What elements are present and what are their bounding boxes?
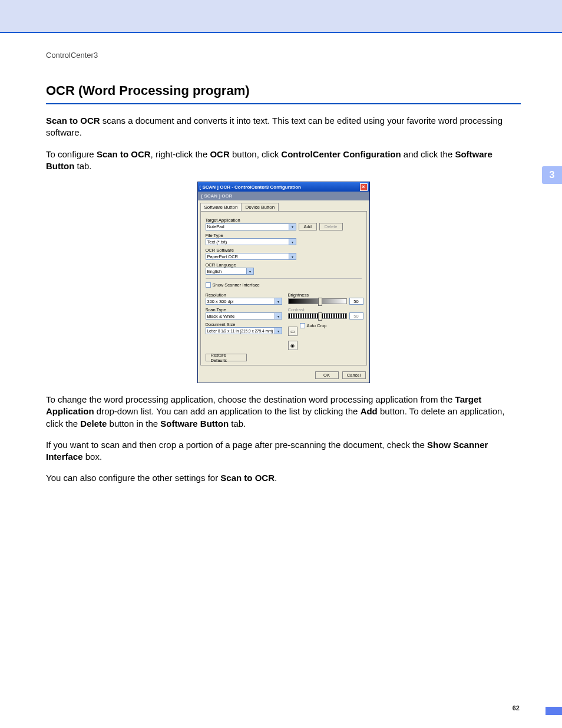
page-content: ControlCenter3 OCR (Word Processing prog…: [0, 33, 562, 485]
dialog-panel: Target Application NotePad ▾ Add Delete …: [200, 211, 367, 365]
p2-t2: , right-click the: [151, 149, 210, 159]
tab-device-button[interactable]: Device Button: [241, 203, 279, 211]
p3-t4: button in the: [107, 419, 160, 429]
checkbox-icon[interactable]: [206, 282, 211, 288]
slider-thumb[interactable]: [318, 298, 322, 306]
combo-ocr-language[interactable]: English ▾: [206, 268, 362, 275]
p2-b2: OCR: [210, 149, 229, 159]
p5-t1: You can also configure the other setting…: [46, 473, 220, 483]
p5-b1: Scan to OCR: [220, 473, 275, 483]
paragraph-2: To configure Scan to OCR, right-click th…: [46, 149, 521, 173]
contrast-value: 50: [349, 312, 363, 319]
contrast-slider[interactable]: [288, 313, 347, 319]
combo-resolution[interactable]: 300 x 300 dpi ▾: [206, 298, 282, 305]
separator: [206, 278, 362, 279]
label-resolution: Resolution: [206, 292, 282, 298]
p3-b4: Software Button: [160, 419, 229, 429]
dialog-subtitle: [ SCAN ] OCR: [198, 192, 369, 200]
combo-ocr-software-value: PaperPort OCR: [206, 253, 289, 260]
page-heading: OCR (Word Processing program): [46, 83, 521, 98]
p2-b1: Scan to OCR: [97, 149, 151, 159]
p2-t1: To configure: [46, 149, 97, 159]
p2-b3: ControlCenter Configuration: [281, 149, 401, 159]
label-brightness: Brightness: [288, 292, 363, 298]
page-number: 62: [513, 704, 520, 711]
brightness-slider[interactable]: [288, 298, 347, 304]
chevron-down-icon[interactable]: ▾: [275, 298, 282, 305]
corner-accent: [546, 707, 562, 715]
para1-bold: Scan to OCR: [46, 116, 100, 126]
combo-file-type[interactable]: Text (*.txt) ▾: [206, 238, 362, 245]
restore-defaults-button[interactable]: Restore Defaults: [206, 354, 247, 361]
ok-button[interactable]: OK: [315, 371, 339, 379]
chevron-down-icon[interactable]: ▾: [275, 327, 282, 334]
add-button[interactable]: Add: [299, 223, 317, 230]
scan-icon[interactable]: ◉: [288, 341, 297, 350]
combo-doc-size-value: Letter 8 1/2 x 11 in (215.9 x 279.4 mm): [206, 327, 275, 334]
cancel-button[interactable]: Cancel: [342, 371, 366, 379]
p2-t5: tab.: [74, 161, 91, 171]
label-target-app: Target Application: [206, 218, 362, 223]
p2-t4: and click the: [401, 149, 455, 159]
p3-b2: Add: [361, 406, 378, 416]
checkbox-show-scanner[interactable]: Show Scanner Interface: [206, 282, 362, 288]
p5-t2: .: [275, 473, 277, 483]
combo-scan-type[interactable]: Black & White ▾: [206, 312, 282, 319]
combo-ocr-software[interactable]: PaperPort OCR ▾: [206, 253, 362, 260]
dialog-title: [ SCAN ] OCR - ControlCenter3 Configurat…: [200, 185, 301, 190]
dialog-titlebar[interactable]: [ SCAN ] OCR - ControlCenter3 Configurat…: [198, 182, 369, 192]
dialog-footer: OK Cancel: [198, 368, 369, 383]
combo-ocr-language-value: English: [206, 268, 247, 275]
brightness-value: 50: [349, 298, 363, 305]
checkbox-icon[interactable]: [300, 323, 305, 328]
p3-t5: tab.: [229, 419, 246, 429]
paragraph-1: Scan to OCR scans a document and convert…: [46, 115, 521, 139]
paragraph-3: To change the word processing applicatio…: [46, 394, 521, 430]
screenshot-wrapper: [ SCAN ] OCR - ControlCenter3 Configurat…: [46, 182, 521, 383]
p4-t1: If you want to scan and then crop a port…: [46, 440, 427, 450]
slider-thumb[interactable]: [318, 312, 322, 321]
label-doc-size: Document Size: [206, 322, 282, 327]
combo-doc-size[interactable]: Letter 8 1/2 x 11 in (215.9 x 279.4 mm) …: [206, 327, 282, 334]
chevron-down-icon[interactable]: ▾: [289, 253, 296, 260]
para1-text: scans a document and converts it into te…: [46, 116, 503, 137]
combo-scan-type-value: Black & White: [206, 312, 275, 319]
preview-icon[interactable]: ▭: [288, 327, 297, 336]
p3-t2: drop-down list. You can add an applicati…: [94, 406, 361, 416]
dialog-window: [ SCAN ] OCR - ControlCenter3 Configurat…: [197, 182, 370, 383]
close-icon[interactable]: ×: [360, 183, 368, 191]
p4-t2: box.: [83, 452, 103, 462]
paragraph-4: If you want to scan and then crop a port…: [46, 439, 521, 463]
combo-file-type-value: Text (*.txt): [206, 238, 289, 245]
heading-rule: [46, 103, 521, 104]
chevron-down-icon[interactable]: ▾: [289, 223, 296, 230]
delete-button[interactable]: Delete: [319, 223, 343, 230]
breadcrumb: ControlCenter3: [46, 51, 521, 60]
combo-target-app-value: NotePad: [206, 223, 289, 230]
chapter-tab: 3: [542, 166, 562, 184]
tab-software-button[interactable]: Software Button: [200, 203, 242, 211]
combo-target-app[interactable]: NotePad ▾: [206, 223, 296, 230]
label-show-scanner: Show Scanner Interface: [213, 282, 260, 288]
chevron-down-icon[interactable]: ▾: [289, 238, 296, 245]
paragraph-5: You can also configure the other setting…: [46, 472, 521, 484]
combo-resolution-value: 300 x 300 dpi: [206, 298, 275, 305]
p2-t3: button, click: [230, 149, 282, 159]
label-contrast: Contrast: [288, 307, 363, 312]
label-scan-type: Scan Type: [206, 307, 282, 312]
label-ocr-software: OCR Software: [206, 248, 362, 253]
p3-b3: Delete: [80, 419, 107, 429]
p3-t1: To change the word processing applicatio…: [46, 394, 455, 404]
label-file-type: File Type: [206, 233, 362, 238]
chevron-down-icon[interactable]: ▾: [247, 268, 254, 275]
chevron-down-icon[interactable]: ▾: [275, 312, 282, 319]
dialog-tabs: Software Button Device Button: [198, 200, 369, 211]
label-ocr-language: OCR Language: [206, 262, 362, 268]
header-band: [0, 0, 562, 33]
label-auto-crop: Auto Crop: [307, 323, 327, 328]
